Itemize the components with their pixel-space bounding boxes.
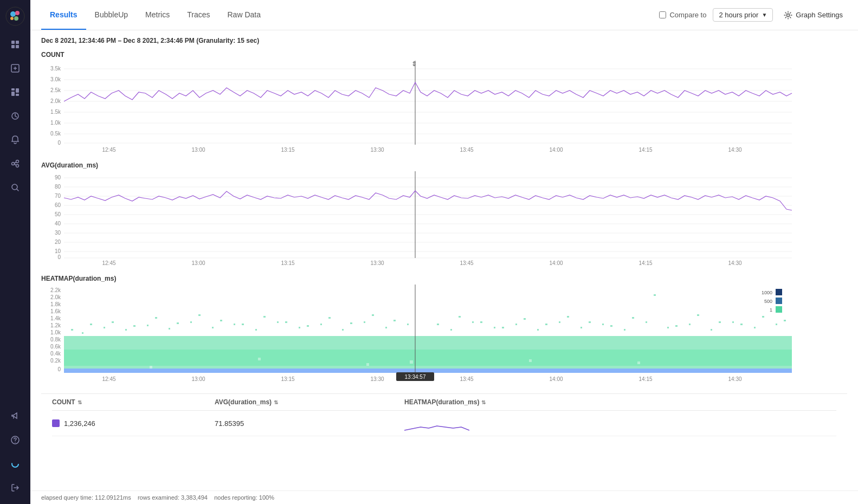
count-color-swatch xyxy=(52,419,60,427)
svg-rect-123 xyxy=(784,320,786,321)
avg-chart-container: 90 80 70 60 50 40 30 20 10 0 xyxy=(41,171,847,266)
elapsed-time: elapsed query time: 112.09121ms xyxy=(41,494,131,501)
svg-rect-94 xyxy=(133,325,136,327)
svg-rect-96 xyxy=(177,322,179,324)
tab-metrics[interactable]: Metrics xyxy=(137,0,178,30)
svg-rect-116 xyxy=(632,317,634,319)
hours-prior-dropdown[interactable]: 2 hours prior ▼ xyxy=(713,8,773,22)
svg-rect-6 xyxy=(16,41,19,44)
svg-text:3.0k: 3.0k xyxy=(50,76,61,82)
time-range-label: Dec 8 2021, 12:34:46 PM – Dec 8 2021, 2:… xyxy=(41,37,847,44)
svg-rect-103 xyxy=(328,317,331,319)
svg-rect-133 xyxy=(277,321,279,323)
svg-text:14:00: 14:00 xyxy=(549,376,563,382)
count-chart-section: COUNT 3.5k 3.0k 2.5k 2.0k 1.5k 1.0k 0.5k… xyxy=(41,51,847,153)
svg-point-21 xyxy=(12,461,18,467)
sort-icon-avg: ⇅ xyxy=(274,399,278,405)
svg-rect-95 xyxy=(155,317,157,319)
hours-value: 2 hours prior xyxy=(719,11,758,19)
sidebar-item-help[interactable] xyxy=(5,430,25,450)
svg-rect-109 xyxy=(480,321,482,323)
svg-text:1.8k: 1.8k xyxy=(50,301,61,307)
svg-rect-119 xyxy=(697,314,699,316)
svg-point-3 xyxy=(14,16,18,21)
svg-rect-115 xyxy=(610,325,612,327)
svg-rect-128 xyxy=(169,328,170,329)
tab-results[interactable]: Results xyxy=(41,0,86,30)
svg-text:2.0k: 2.0k xyxy=(50,294,61,300)
svg-rect-108 xyxy=(459,316,461,318)
svg-text:3.5k: 3.5k xyxy=(50,66,61,72)
sidebar-item-history[interactable] xyxy=(5,106,25,126)
svg-text:13:15: 13:15 xyxy=(281,260,294,266)
svg-text:14:15: 14:15 xyxy=(638,147,652,153)
sidebar-item-integrations[interactable] xyxy=(5,154,25,173)
svg-rect-121 xyxy=(740,324,743,325)
svg-text:500: 500 xyxy=(764,299,772,304)
sidebar-item-home[interactable] xyxy=(5,35,25,54)
count-chart-container: 3.5k 3.0k 2.5k 2.0k 1.5k 1.0k 0.5k 0 xyxy=(41,61,847,153)
sidebar-item-bell[interactable] xyxy=(5,130,25,150)
table-header: COUNT ⇅ AVG(duration_ms) ⇅ HEATMAP(durat… xyxy=(52,394,836,411)
avg-cell: 71.85395 xyxy=(215,419,404,428)
sidebar-item-package[interactable] xyxy=(5,59,25,78)
footer-bar: elapsed query time: 112.09121ms rows exa… xyxy=(30,490,858,504)
compare-to-control: Compare to xyxy=(659,11,706,19)
svg-text:0: 0 xyxy=(57,366,61,372)
svg-text:2.2k: 2.2k xyxy=(50,287,61,293)
svg-rect-124 xyxy=(82,332,83,334)
tab-rawdata[interactable]: Raw Data xyxy=(218,0,269,30)
svg-rect-127 xyxy=(147,325,149,326)
graph-settings-button[interactable]: Graph Settings xyxy=(779,9,847,22)
tab-bubbleup[interactable]: BubbleUp xyxy=(86,0,137,30)
svg-rect-13 xyxy=(16,94,19,96)
svg-rect-162 xyxy=(64,369,792,373)
table-row: 1,236,246 71.85395 xyxy=(52,411,836,436)
nav-tabs: Results BubbleUp Metrics Traces Raw Data xyxy=(41,0,269,30)
sidebar-item-megaphone[interactable] xyxy=(5,406,25,426)
heatmap-mini-chart xyxy=(404,415,469,431)
count-value: 1,236,246 xyxy=(64,419,95,428)
sidebar-item-search[interactable] xyxy=(5,178,25,197)
svg-text:13:15: 13:15 xyxy=(281,147,294,153)
tab-traces[interactable]: Traces xyxy=(178,0,218,30)
svg-rect-7 xyxy=(11,45,15,48)
svg-rect-107 xyxy=(437,324,439,325)
svg-text:1.5k: 1.5k xyxy=(50,109,61,115)
gear-icon xyxy=(784,11,792,20)
svg-rect-12 xyxy=(11,92,15,96)
svg-text:14:00: 14:00 xyxy=(549,147,563,153)
svg-text:⇕: ⇕ xyxy=(411,61,417,68)
svg-rect-105 xyxy=(372,314,374,316)
chart-area: Dec 8 2021, 12:34:46 PM – Dec 8 2021, 2:… xyxy=(30,30,858,490)
sidebar-item-loading[interactable] xyxy=(5,454,25,474)
svg-rect-104 xyxy=(350,322,352,324)
sidebar-item-dashboard[interactable] xyxy=(5,82,25,102)
chevron-down-icon: ▼ xyxy=(762,12,767,18)
col-header-avg[interactable]: AVG(duration_ms) ⇅ xyxy=(215,398,404,406)
svg-rect-161 xyxy=(637,361,640,364)
avg-chart-section: AVG(duration_ms) 90 80 70 60 50 40 30 20… xyxy=(41,161,847,266)
col-header-heatmap[interactable]: HEATMAP(duration_ms) ⇅ xyxy=(404,398,836,406)
svg-rect-150 xyxy=(667,327,669,328)
svg-rect-100 xyxy=(263,316,266,318)
avg-line xyxy=(64,191,792,210)
svg-text:12:45: 12:45 xyxy=(102,376,115,382)
svg-point-4 xyxy=(10,17,14,20)
svg-text:90: 90 xyxy=(55,175,61,180)
svg-text:70: 70 xyxy=(55,193,61,199)
svg-rect-102 xyxy=(307,325,309,327)
svg-rect-139 xyxy=(407,324,409,325)
svg-rect-99 xyxy=(242,324,244,325)
svg-rect-125 xyxy=(104,327,105,328)
svg-rect-10 xyxy=(11,88,15,91)
heatmap-chart-svg: 2.2k 2.0k 1.8k 1.6k 1.4k 1.2k 1.0k 0.8k … xyxy=(41,285,795,385)
col-header-count[interactable]: COUNT ⇅ xyxy=(52,398,215,406)
sidebar-item-logout[interactable] xyxy=(5,478,25,497)
svg-text:13:15: 13:15 xyxy=(281,376,294,382)
svg-rect-152 xyxy=(711,329,712,331)
compare-checkbox-input[interactable] xyxy=(659,11,666,18)
svg-rect-131 xyxy=(234,324,235,325)
count-chart-label: COUNT xyxy=(41,51,847,59)
app-logo[interactable] xyxy=(5,7,25,26)
